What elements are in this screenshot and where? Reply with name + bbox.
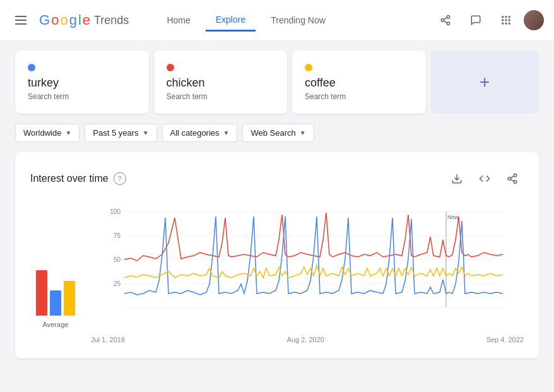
logo-letter-l: l: [78, 12, 81, 28]
search-terms-row: turkey Search term chicken Search term c…: [15, 50, 539, 114]
coffee-sub: Search term: [305, 92, 413, 101]
chart-header: Interest over time ?: [30, 167, 524, 190]
svg-point-17: [514, 181, 517, 184]
svg-rect-10: [509, 20, 510, 21]
chart-average: Average: [30, 205, 81, 343]
share-chart-button[interactable]: [501, 167, 524, 190]
svg-rect-9: [505, 20, 507, 21]
search-card-coffee[interactable]: coffee Search term: [292, 50, 426, 114]
add-term-button[interactable]: +: [431, 50, 539, 114]
turkey-title: turkey: [28, 76, 136, 90]
svg-point-0: [447, 16, 450, 19]
chicken-dot: [167, 64, 174, 71]
menu-button[interactable]: [10, 11, 32, 30]
chart-container: Average 100 75 50 25: [30, 205, 524, 343]
filters-row: Worldwide ▼ Past 5 years ▼ All categorie…: [15, 124, 539, 142]
logo-letter-o2: o: [60, 12, 68, 28]
nav-item-explore[interactable]: Explore: [206, 9, 256, 32]
svg-text:50: 50: [114, 256, 121, 263]
main-nav: Home Explore Trending Now: [156, 9, 335, 32]
search-card-turkey[interactable]: turkey Search term: [15, 50, 149, 114]
header-left: Google Trends Home Explore Trending Now: [10, 9, 336, 32]
svg-point-2: [447, 22, 450, 25]
svg-rect-13: [509, 23, 510, 25]
location-filter-label: Worldwide: [23, 128, 61, 138]
plus-icon: +: [480, 72, 490, 92]
logo-letter-o1: o: [51, 12, 59, 28]
svg-line-18: [510, 179, 514, 181]
location-chevron-icon: ▼: [65, 129, 71, 136]
svg-text:Now: Now: [447, 214, 459, 220]
location-filter[interactable]: Worldwide ▼: [15, 124, 80, 142]
chart-svg: 100 75 50 25 Now: [91, 205, 524, 331]
logo-letter-g2: g: [69, 12, 77, 28]
svg-point-15: [514, 174, 517, 177]
header: Google Trends Home Explore Trending Now: [0, 0, 554, 40]
chart-title: Interest over time: [30, 173, 109, 184]
category-chevron-icon: ▼: [223, 129, 230, 136]
logo-letter-e: e: [83, 12, 90, 28]
nav-item-trending[interactable]: Trending Now: [261, 10, 336, 30]
chicken-sub: Search term: [167, 92, 275, 101]
type-filter-label: Web Search: [250, 128, 295, 138]
svg-text:75: 75: [114, 232, 121, 239]
x-label-0: Jul 1, 2018: [91, 336, 125, 343]
category-filter[interactable]: All categories ▼: [162, 124, 238, 142]
svg-line-4: [444, 18, 447, 20]
category-filter-label: All categories: [170, 128, 220, 138]
time-filter[interactable]: Past 5 years ▼: [85, 124, 156, 142]
logo[interactable]: Google Trends: [39, 12, 129, 28]
avg-bars: [36, 252, 75, 316]
time-chevron-icon: ▼: [143, 129, 149, 136]
x-axis-labels: Jul 1, 2018 Aug 2, 2020 Sep 4, 2022: [91, 333, 524, 343]
svg-text:25: 25: [114, 280, 121, 287]
svg-rect-6: [505, 16, 507, 18]
svg-text:100: 100: [110, 208, 121, 215]
nav-item-home[interactable]: Home: [156, 10, 200, 30]
message-icon-button[interactable]: [463, 8, 488, 33]
logo-trends: Trends: [94, 14, 129, 27]
svg-rect-12: [505, 23, 507, 25]
x-label-2: Sep 4, 2022: [486, 336, 524, 343]
svg-rect-11: [502, 23, 504, 25]
search-card-chicken[interactable]: chicken Search term: [154, 50, 288, 114]
avatar[interactable]: [524, 10, 544, 30]
header-right: [433, 8, 544, 33]
embed-button[interactable]: [473, 167, 496, 190]
chart-actions: [445, 167, 524, 190]
coffee-title: coffee: [305, 76, 413, 90]
help-icon[interactable]: ?: [114, 172, 126, 185]
apps-icon-button[interactable]: [493, 8, 519, 33]
avg-label: Average: [43, 321, 69, 328]
download-button[interactable]: [445, 167, 468, 190]
main-content: turkey Search term chicken Search term c…: [0, 40, 554, 369]
turkey-sub: Search term: [28, 92, 136, 101]
turkey-dot: [28, 64, 35, 71]
chart-graph: 100 75 50 25 Now Jul 1, 2018: [91, 205, 524, 343]
avg-bar-coffee: [64, 281, 75, 316]
logo-letter-g: G: [39, 12, 50, 28]
avg-bar-chicken: [36, 270, 47, 316]
chicken-title: chicken: [167, 76, 275, 90]
share-icon-button[interactable]: [433, 8, 458, 33]
svg-point-1: [441, 19, 444, 22]
svg-line-3: [444, 21, 447, 23]
svg-rect-8: [502, 20, 504, 21]
x-label-1: Aug 2, 2020: [287, 336, 324, 343]
svg-rect-5: [502, 16, 504, 18]
coffee-dot: [305, 64, 312, 71]
svg-point-16: [508, 177, 511, 181]
svg-line-19: [510, 176, 514, 178]
type-chevron-icon: ▼: [300, 129, 306, 136]
svg-rect-7: [509, 16, 510, 18]
time-filter-label: Past 5 years: [93, 128, 138, 138]
chart-section: Interest over time ?: [15, 152, 539, 359]
chart-title-group: Interest over time ?: [30, 172, 126, 185]
avg-bar-turkey: [50, 290, 61, 316]
type-filter[interactable]: Web Search ▼: [242, 124, 314, 142]
